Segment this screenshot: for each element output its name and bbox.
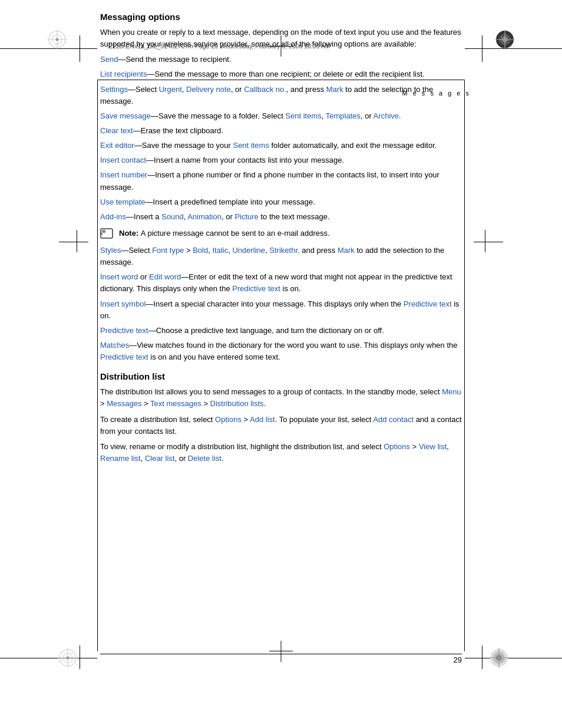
entry-insert-symbol: Insert symbol—Insert a special character… (100, 298, 462, 322)
text-send: —Send the message to recipient. (118, 55, 231, 64)
deco-vtick-bot-right (482, 645, 482, 669)
link-use-template[interactable]: Use template (100, 197, 146, 206)
link-sent-items-save[interactable]: Sent items (285, 111, 321, 120)
note-label: Note: (119, 229, 141, 238)
deco-center-htick-bot (269, 651, 293, 651)
link-templates[interactable]: Templates (326, 111, 361, 120)
link-animation[interactable]: Animation (187, 212, 222, 221)
compass-bottom-left (57, 647, 79, 669)
link-font-type[interactable]: Font type (152, 246, 184, 255)
compass-bottom-right (488, 647, 510, 669)
link-predictive-text-2[interactable]: Predictive text (404, 299, 452, 308)
link-clear-text[interactable]: Clear text (100, 126, 133, 135)
section-label: M e s s a g e s (402, 90, 471, 97)
deco-hline-bot-left (0, 658, 97, 658)
link-mark-settings[interactable]: Mark (326, 85, 343, 94)
entry-list-recipients: List recipients—Send the message to more… (100, 68, 462, 80)
link-predictive-text-4[interactable]: Predictive text (100, 353, 148, 361)
compass-top-right (494, 28, 516, 51)
link-delete-list[interactable]: Delete list (188, 454, 222, 463)
svg-point-4 (56, 38, 59, 41)
link-rename-list[interactable]: Rename list (100, 454, 141, 463)
svg-point-14 (67, 657, 70, 660)
link-italic[interactable]: Italic (212, 246, 228, 255)
header-rule (97, 80, 465, 80)
entry-insert-word: Insert word or Edit word—Enter or edit t… (100, 271, 462, 295)
entry-matches: Matches—View matches found in the dictio… (100, 340, 462, 363)
messaging-options-title: Messaging options (100, 12, 462, 22)
link-predictive-text-3[interactable]: Predictive text (100, 326, 148, 335)
dist-para1: The distribution list allows you to send… (100, 386, 462, 410)
note-text: Note: A picture message cannot be sent t… (119, 228, 330, 239)
link-sent-items-exit[interactable]: Sent items (233, 141, 269, 150)
link-add-contact-dist[interactable]: Add contact (373, 415, 414, 424)
deco-hline-bot-right (465, 658, 562, 658)
entry-styles: Styles—Select Font type > Bold, Italic, … (100, 245, 462, 268)
link-options-modify[interactable]: Options (384, 442, 410, 451)
link-styles[interactable]: Styles (100, 246, 121, 255)
link-distribution-lists[interactable]: Distribution lists (210, 399, 264, 408)
link-add-list[interactable]: Add list (250, 415, 275, 424)
entry-clear-text: Clear text—Erase the text clipboard. (100, 125, 462, 137)
link-predictive-text-1[interactable]: Predictive text (232, 284, 280, 293)
deco-center-vtick-bot (281, 641, 282, 662)
link-insert-word[interactable]: Insert word (100, 272, 138, 281)
header-file-info: 2128i.ENv1a_BIL_9240270.fm Page 29 Wedne… (109, 42, 330, 50)
dist-para3: To view, rename or modify a distribution… (100, 441, 462, 465)
link-insert-symbol[interactable]: Insert symbol (100, 299, 146, 308)
link-picture[interactable]: Picture (234, 212, 258, 221)
link-clear-list[interactable]: Clear list (145, 454, 175, 463)
note-icon (100, 228, 114, 240)
page-number: 29 (454, 655, 462, 664)
deco-vtick-top-right (482, 35, 482, 62)
vline-left (97, 80, 98, 651)
note-box: Note: A picture message cannot be sent t… (100, 228, 462, 240)
note-content: A picture message cannot be sent to an e… (141, 229, 330, 238)
deco-center-htick-top (269, 46, 293, 47)
link-matches[interactable]: Matches (100, 341, 129, 350)
link-underline[interactable]: Underline (232, 246, 265, 255)
svg-rect-21 (102, 230, 105, 233)
deco-ch-mid-hright (474, 242, 503, 242)
link-mark-styles[interactable]: Mark (338, 246, 355, 255)
link-delivery-note[interactable]: Delivery note (186, 85, 231, 94)
entry-exit-editor: Exit editor—Save the message to your Sen… (100, 140, 462, 151)
deco-vtick-bot-left (80, 645, 80, 669)
deco-ch-mid-right (485, 230, 485, 252)
link-sound[interactable]: Sound (161, 212, 184, 221)
link-options-create[interactable]: Options (215, 415, 242, 424)
link-send[interactable]: Send (100, 55, 118, 64)
link-add-ins[interactable]: Add-ins (100, 212, 126, 221)
entry-insert-number: Insert number—Insert a phone number or f… (100, 169, 462, 193)
distribution-list-title: Distribution list (100, 371, 462, 381)
link-strikethr[interactable]: Strikethr. (269, 246, 299, 255)
link-archive[interactable]: Archive (373, 111, 399, 120)
link-messages[interactable]: Messages (107, 399, 141, 408)
page: 2128i.ENv1a_BIL_9240270.fm Page 29 Wedne… (0, 0, 562, 728)
link-view-list[interactable]: View list (419, 442, 447, 451)
dist-para2: To create a distribution list, select Op… (100, 414, 462, 437)
link-menu[interactable]: Menu (442, 387, 461, 396)
link-settings[interactable]: Settings (100, 85, 128, 94)
link-callback-no[interactable]: Callback no. (244, 85, 286, 94)
link-save-message[interactable]: Save message (100, 111, 151, 120)
link-insert-contact[interactable]: Insert contact (100, 156, 146, 164)
deco-ch-mid-hleft (59, 242, 88, 242)
deco-vtick-top-left (80, 35, 80, 62)
link-exit-editor[interactable]: Exit editor (100, 141, 134, 150)
entry-save-message: Save message—Save the message to a folde… (100, 110, 462, 122)
compass-top-left (46, 28, 68, 51)
link-bold[interactable]: Bold (193, 246, 208, 255)
entry-add-ins: Add-ins—Insert a Sound, Animation, or Pi… (100, 211, 462, 223)
deco-ch-mid-left (77, 230, 77, 252)
link-text-messages[interactable]: Text messages (150, 399, 201, 408)
entry-predictive-text: Predictive text—Choose a predictive text… (100, 325, 462, 337)
entry-insert-contact: Insert contact—Insert a name from your c… (100, 154, 462, 166)
entry-use-template: Use template—Insert a predefined templat… (100, 196, 462, 208)
link-insert-number[interactable]: Insert number (100, 170, 147, 179)
link-list-recipients[interactable]: List recipients (100, 70, 147, 78)
link-urgent[interactable]: Urgent (159, 85, 182, 94)
main-content: Messaging options When you create or rep… (100, 0, 462, 465)
vline-right (464, 80, 465, 651)
link-edit-word[interactable]: Edit word (149, 272, 181, 281)
